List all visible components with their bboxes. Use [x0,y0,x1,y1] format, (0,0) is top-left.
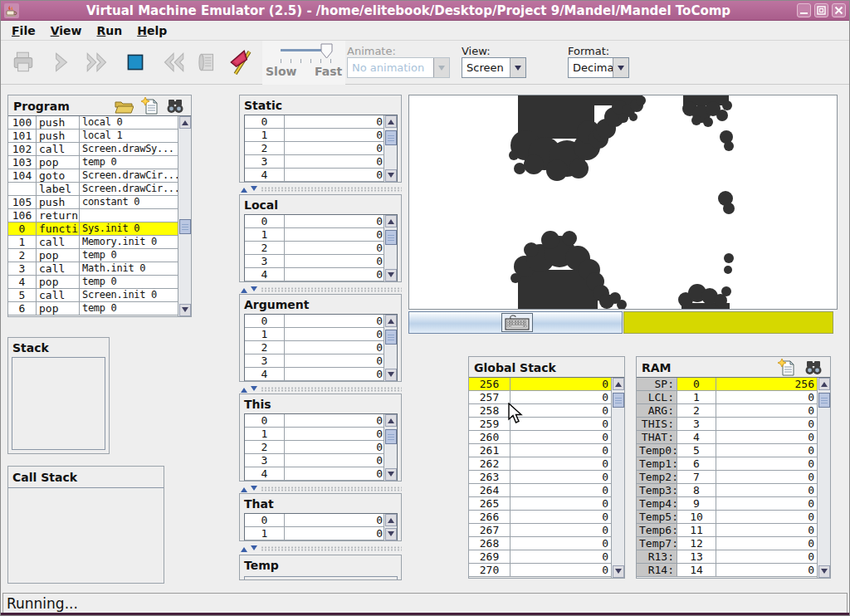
program-row[interactable]: 3callMath.init 0 [8,262,191,276]
global-stack-row[interactable]: 2620 [469,457,624,471]
global-stack-row[interactable]: 2560 [469,378,624,391]
scrollbar-thumb[interactable] [613,393,624,408]
reset-button[interactable] [155,45,190,80]
global-stack-row[interactable]: 2670 [469,524,624,537]
close-button[interactable] [832,3,846,17]
segment-splitter[interactable] [239,286,402,293]
segment-row[interactable]: 10 [245,228,397,242]
global-stack-row[interactable]: 2690 [469,550,624,564]
splitter-up-icon[interactable] [241,384,247,393]
ram-row[interactable]: Temp4:90 [637,497,830,511]
segment-row[interactable]: 10 [245,129,397,142]
splitter-up-icon[interactable] [241,544,247,552]
global-stack-row[interactable]: 2590 [469,418,624,431]
splitter-down-icon[interactable] [251,386,257,394]
program-row[interactable]: 101pushlocal 1 [8,130,191,143]
global-stack-row[interactable]: 2640 [469,484,624,497]
scrollbar-up-icon[interactable] [818,378,830,390]
titlebar[interactable]: Virtual Machine Emulator (2.5) - /home/e… [1,1,849,21]
scrollbar-thumb[interactable] [385,330,397,345]
menu-item-view[interactable]: View [43,22,90,39]
scrollbar-down-icon[interactable] [179,304,191,316]
segment-row[interactable]: 40 [245,268,397,281]
program-row[interactable]: labelScreen.drawCir... [8,183,191,196]
program-row[interactable]: 4poptemp 0 [8,276,191,289]
scrollbar-thumb[interactable] [179,219,191,234]
scrollbar[interactable] [383,115,397,182]
scrollbar-up-icon[interactable] [613,378,624,390]
stop-button[interactable] [118,45,153,80]
scrollbar-up-icon[interactable] [385,414,397,427]
ram-row[interactable]: SP:0256 [637,378,830,391]
new-file-icon[interactable] [775,359,797,377]
ram-row[interactable]: Temp7:120 [637,537,830,550]
ram-row[interactable]: Temp0:50 [637,444,830,457]
segment-row[interactable]: 30 [245,155,397,169]
segment-row[interactable]: 00 [245,215,397,228]
segment-row[interactable]: 40 [245,169,397,182]
segment-row[interactable]: 00 [245,315,397,328]
ram-row[interactable]: ARG:20 [637,404,830,418]
scrollbar[interactable] [178,116,191,316]
splitter-up-icon[interactable] [241,184,247,193]
scrollbar[interactable] [611,378,624,578]
segment-row[interactable]: 30 [245,454,397,467]
global-stack-row[interactable]: 2580 [469,404,624,418]
breakpoint-button[interactable] [224,45,259,80]
segment-row[interactable]: 30 [245,354,397,368]
scrollbar-down-icon[interactable] [613,565,624,578]
scrollbar-up-icon[interactable] [385,315,397,327]
global-stack-row[interactable]: 2650 [469,497,624,511]
splitter-down-icon[interactable] [251,545,257,554]
maximize-button[interactable] [814,3,828,17]
splitter-down-icon[interactable] [251,286,257,295]
segment-row[interactable]: 00 [245,514,397,527]
scrollbar[interactable] [383,414,397,481]
program-row[interactable]: 2poptemp 0 [8,249,191,262]
segment-row[interactable]: 10 [245,527,397,540]
program-row[interactable]: 5callScreen.init 0 [8,289,191,302]
scrollbar-down-icon[interactable] [385,468,397,481]
ram-row[interactable]: R13:130 [637,550,830,564]
ram-row[interactable]: Temp3:80 [637,484,830,497]
program-row[interactable]: 102callScreen.drawSy... [8,143,191,156]
segment-row[interactable]: 20 [245,441,397,454]
global-stack-row[interactable]: 2610 [469,444,624,457]
splitter-down-icon[interactable] [251,186,257,194]
global-stack-row[interactable]: 2600 [469,431,624,444]
ram-row[interactable]: THAT:40 [637,431,830,444]
ram-row[interactable]: LCL:10 [637,391,830,404]
menu-item-help[interactable]: Help [129,22,174,39]
scrollbar[interactable] [383,315,397,381]
scrollbar-up-icon[interactable] [385,514,397,526]
program-row[interactable]: 105pushconstant 0 [8,196,191,209]
scrollbar-down-icon[interactable] [385,269,397,281]
ram-row[interactable]: Temp2:70 [637,471,830,484]
animate-select[interactable]: No animation [347,57,450,78]
scrollbar-thumb[interactable] [385,230,397,245]
segment-row[interactable]: 20 [245,142,397,155]
scrollbar-up-icon[interactable] [179,116,191,129]
scrollbar[interactable] [383,215,397,281]
program-row[interactable]: 104gotoScreen.drawCir... [8,169,191,183]
program-row[interactable]: 6poptemp 0 [8,302,191,315]
segment-row[interactable]: 20 [245,242,397,255]
scrollbar-down-icon[interactable] [385,169,397,182]
global-stack-row[interactable]: 2660 [469,511,624,524]
segment-row[interactable]: 40 [245,368,397,381]
splitter-up-icon[interactable] [241,285,247,293]
segment-row[interactable]: 10 [245,328,397,341]
view-select[interactable]: Screen [462,57,526,78]
global-stack-row[interactable]: 2630 [469,471,624,484]
scrollbar-up-icon[interactable] [385,215,397,227]
scrollbar[interactable] [817,378,830,578]
splitter-up-icon[interactable] [241,484,247,492]
scrollbar-down-icon[interactable] [818,565,830,578]
ram-row[interactable]: Temp5:100 [637,511,830,524]
segment-splitter[interactable] [239,545,402,552]
ram-row[interactable]: THIS:30 [637,418,830,431]
script-button[interactable] [189,45,224,80]
segment-splitter[interactable] [239,385,402,393]
minimize-button[interactable] [797,3,811,17]
ram-row[interactable]: Temp1:60 [637,457,830,471]
